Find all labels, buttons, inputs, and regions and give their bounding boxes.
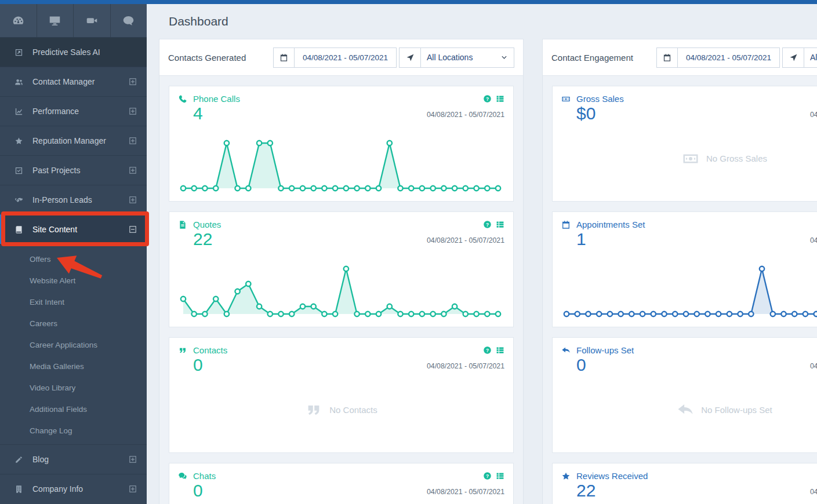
calendar-icon bbox=[279, 53, 288, 62]
plus-square-icon[interactable] bbox=[128, 484, 137, 494]
money-bill-icon bbox=[682, 150, 699, 167]
metric-card-quotes: Quotes?2204/08/2021 - 05/07/2021 bbox=[169, 211, 514, 327]
plus-square-icon[interactable] bbox=[128, 195, 137, 204]
metric-date-range: 04/08/2021 - 05/07/2021 bbox=[810, 488, 817, 496]
metric-date-range: 04/08/2021 - 05/07/2021 bbox=[427, 362, 504, 370]
sidebar-subitem-media-galleries[interactable]: Media Galleries bbox=[0, 356, 147, 377]
sidebar-submenu: OffersWebsite AlertExit IntentCareersCar… bbox=[0, 244, 147, 444]
metric-card-title: Contacts bbox=[193, 345, 227, 355]
metric-card-title: Appointments Set bbox=[576, 220, 645, 229]
chats-icon bbox=[178, 472, 187, 481]
sidebar-item-label: In-Person Leads bbox=[32, 195, 92, 204]
plus-square-icon[interactable] bbox=[128, 455, 137, 464]
sidebar-item-reputation-manager[interactable]: Reputation Manager bbox=[0, 126, 147, 155]
panel-contacts-generated: Contacts Generated04/08/2021 - 05/07/202… bbox=[159, 39, 524, 504]
date-range-input[interactable]: 04/08/2021 - 05/07/2021 bbox=[678, 48, 780, 68]
sidebar-subitem-additional-fields[interactable]: Additional Fields bbox=[0, 399, 147, 420]
sidebar-item-performance[interactable]: Performance bbox=[0, 96, 147, 126]
sidebar-subitem-exit-intent[interactable]: Exit Intent bbox=[0, 291, 147, 313]
sidebar-subitem-offers[interactable]: Offers bbox=[0, 249, 147, 270]
metric-value: 0 bbox=[193, 355, 203, 375]
th-list-icon[interactable] bbox=[496, 220, 504, 229]
sidebar-subitem-label: Careers bbox=[30, 319, 57, 328]
metric-card-gross-sales: Gross Sales?$004/08/2021 - 05/07/2021No … bbox=[552, 86, 817, 202]
metric-date-range: 04/08/2021 - 05/07/2021 bbox=[810, 236, 817, 244]
location-select[interactable]: All Locations bbox=[421, 48, 514, 68]
sidebar-subitem-label: Video Library bbox=[30, 384, 75, 392]
empty-state-label: No Follow-ups Set bbox=[701, 405, 772, 415]
sidebar-item-company-info[interactable]: Company Info bbox=[0, 474, 147, 503]
metric-card-title: Quotes bbox=[193, 220, 221, 229]
calendar-button[interactable] bbox=[273, 48, 295, 68]
empty-state-label: No Gross Sales bbox=[706, 154, 767, 163]
question-circle-icon[interactable]: ? bbox=[483, 472, 492, 480]
toolbar-button-comment[interactable] bbox=[111, 4, 147, 37]
panel-title: Contact Engagement bbox=[551, 53, 633, 63]
calendar-icon bbox=[663, 53, 671, 62]
sidebar-subitem-careers[interactable]: Careers bbox=[0, 313, 147, 334]
plus-square-icon[interactable] bbox=[128, 77, 137, 86]
toolbar-button-desktop[interactable] bbox=[37, 4, 74, 37]
calendar-button[interactable] bbox=[656, 48, 678, 68]
date-range-input[interactable]: 04/08/2021 - 05/07/2021 bbox=[295, 48, 397, 68]
panel-filters: 04/08/2021 - 05/07/2021All Locations bbox=[273, 48, 514, 68]
sidebar-item-past-projects[interactable]: Past Projects bbox=[0, 155, 147, 185]
sidebar-subitem-website-alert[interactable]: Website Alert bbox=[0, 270, 147, 291]
line-chart-appointments-set bbox=[561, 259, 817, 319]
question-circle-icon[interactable]: ? bbox=[483, 346, 492, 355]
panel-title: Contacts Generated bbox=[168, 53, 246, 63]
top-accent-bar bbox=[0, 0, 817, 4]
metric-date-range: 04/08/2021 - 05/07/2021 bbox=[427, 488, 504, 496]
sidebar-item-site-content[interactable]: Site Content bbox=[0, 214, 147, 244]
dashboard-panels: Contacts Generated04/08/2021 - 05/07/202… bbox=[159, 39, 817, 504]
question-circle-icon[interactable]: ? bbox=[483, 220, 492, 229]
location-button[interactable] bbox=[782, 48, 804, 68]
metric-card-contacts: Contacts?004/08/2021 - 05/07/2021No Cont… bbox=[169, 337, 514, 453]
minus-square-icon[interactable] bbox=[128, 225, 137, 234]
sidebar-item-predictive-sales-ai[interactable]: Predictive Sales AI bbox=[0, 37, 147, 67]
sidebar-item-blog[interactable]: Blog bbox=[0, 444, 147, 474]
quote-icon bbox=[178, 346, 187, 355]
pencil-icon bbox=[14, 455, 25, 464]
location-select-value: All Locations bbox=[810, 53, 817, 62]
line-chart-phone-calls bbox=[178, 133, 503, 193]
location-select[interactable]: All Locations bbox=[804, 48, 817, 68]
plus-square-icon[interactable] bbox=[128, 107, 137, 116]
money-bill-icon bbox=[561, 94, 571, 104]
th-list-icon[interactable] bbox=[496, 94, 504, 103]
main-content: Dashboard Contacts Generated04/08/2021 -… bbox=[147, 4, 817, 504]
panel-filters: 04/08/2021 - 05/07/2021All Locations bbox=[656, 48, 817, 68]
sidebar-subitem-label: Exit Intent bbox=[30, 298, 64, 306]
metric-card-title: Reviews Received bbox=[576, 471, 648, 481]
sidebar-item-label: Performance bbox=[32, 107, 79, 116]
building-icon bbox=[14, 485, 25, 494]
sidebar-icon-row bbox=[0, 4, 147, 37]
external-link-square-icon bbox=[14, 48, 25, 57]
location-arrow-icon bbox=[406, 53, 415, 62]
empty-state: No Contacts bbox=[178, 375, 504, 445]
sidebar-subitem-video-library[interactable]: Video Library bbox=[0, 377, 147, 399]
sidebar: Predictive Sales AIContact ManagerPerfor… bbox=[0, 4, 147, 504]
sidebar-item-contact-manager[interactable]: Contact Manager bbox=[0, 67, 147, 96]
svg-text:?: ? bbox=[486, 473, 489, 479]
plus-square-icon[interactable] bbox=[128, 166, 137, 175]
metric-card-phone-calls: Phone Calls?404/08/2021 - 05/07/2021 bbox=[169, 86, 514, 202]
sidebar-subitem-label: Change Log bbox=[30, 426, 72, 435]
plus-square-icon[interactable] bbox=[128, 136, 137, 145]
toolbar-button-video-camera[interactable] bbox=[74, 4, 111, 37]
th-list-icon[interactable] bbox=[496, 472, 504, 480]
th-list-icon[interactable] bbox=[496, 346, 504, 355]
panel-contact-engagement: Contact Engagement04/08/2021 - 05/07/202… bbox=[542, 39, 817, 504]
question-circle-icon[interactable]: ? bbox=[483, 94, 492, 103]
sidebar-item-label: Site Content bbox=[32, 225, 77, 234]
svg-text:?: ? bbox=[486, 348, 489, 353]
svg-text:?: ? bbox=[486, 222, 489, 228]
toolbar-button-gauge[interactable] bbox=[0, 4, 37, 37]
sidebar-subitem-change-log[interactable]: Change Log bbox=[0, 420, 147, 441]
empty-state-label: No Contacts bbox=[329, 405, 377, 415]
line-chart-quotes bbox=[178, 259, 503, 319]
sidebar-item-in-person-leads[interactable]: In-Person Leads bbox=[0, 185, 147, 214]
file-text-icon bbox=[178, 220, 187, 229]
sidebar-subitem-career-applications[interactable]: Career Applications bbox=[0, 334, 147, 356]
location-button[interactable] bbox=[399, 48, 421, 68]
